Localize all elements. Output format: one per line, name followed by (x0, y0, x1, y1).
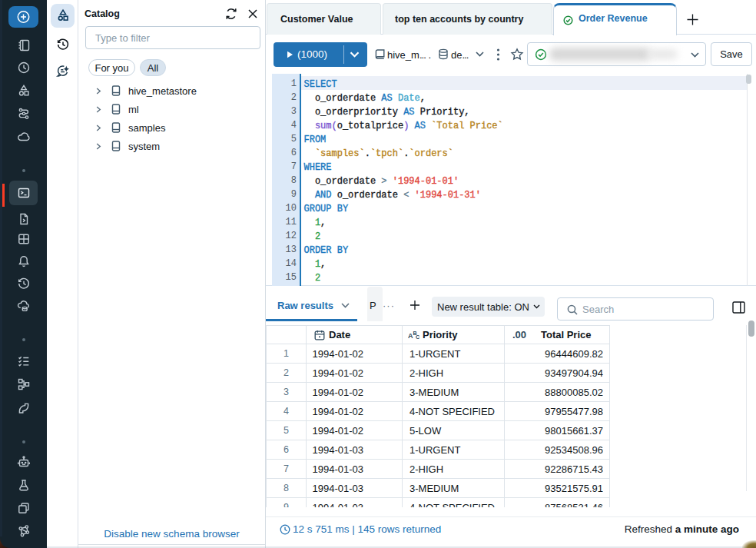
svg-text:C: C (416, 334, 419, 340)
